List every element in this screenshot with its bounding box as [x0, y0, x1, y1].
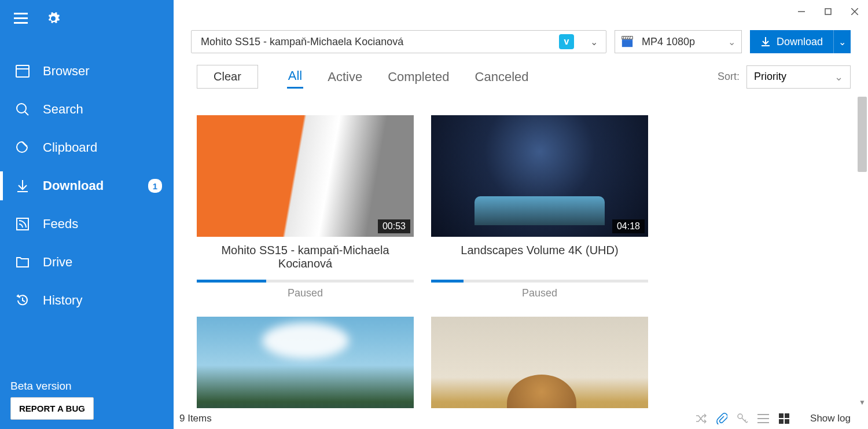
- item-title: Mohito SS15 - kampaň-Michaela Kocianová: [197, 244, 414, 274]
- sidebar-item-label: Download: [43, 178, 104, 193]
- sidebar-item-browser[interactable]: Browser: [0, 52, 174, 90]
- chevron-down-icon: ⌄: [728, 36, 735, 47]
- format-select[interactable]: MP4 1080p ⌄: [615, 30, 742, 53]
- sidebar-item-label: Feeds: [43, 217, 78, 232]
- report-bug-button[interactable]: REPORT A BUG: [10, 397, 94, 420]
- svg-rect-2: [14, 22, 28, 24]
- download-card[interactable]: [197, 317, 414, 408]
- svg-rect-1: [14, 17, 28, 19]
- progress-bar: [431, 280, 464, 283]
- duration-badge: 00:53: [378, 219, 410, 233]
- download-card[interactable]: 00:53 Mohito SS15 - kampaň-Michaela Koci…: [197, 115, 414, 299]
- sidebar-item-feeds[interactable]: Feeds: [0, 205, 174, 243]
- scrollbar-thumb[interactable]: [858, 97, 867, 172]
- svg-rect-12: [825, 9, 831, 14]
- list-view-icon[interactable]: [757, 412, 770, 425]
- main: Mohito SS15 - kampaň-Michaela Kocianová …: [174, 0, 868, 429]
- browser-icon: [14, 63, 31, 80]
- titlebar: [174, 0, 868, 23]
- svg-rect-15: [622, 39, 632, 47]
- sidebar-item-label: Browser: [43, 64, 90, 79]
- thumbnail: [431, 317, 648, 408]
- scrollbar-down-icon[interactable]: ▼: [858, 398, 867, 407]
- sort-select[interactable]: Priority ⌄: [746, 65, 851, 89]
- svg-rect-3: [16, 65, 29, 77]
- chevron-down-icon: ⌄: [838, 36, 846, 47]
- sidebar-item-label: Search: [43, 102, 83, 117]
- grid-view-icon[interactable]: [778, 412, 790, 425]
- gear-icon[interactable]: [45, 10, 61, 27]
- sidebar-item-download[interactable]: Download 1: [0, 167, 174, 205]
- statusbar: 9 Items Show log: [174, 408, 868, 429]
- search-icon: [14, 101, 31, 118]
- minimize-button[interactable]: [788, 3, 815, 20]
- feeds-icon: [14, 215, 31, 233]
- sort-wrap: Sort: Priority ⌄: [718, 65, 851, 89]
- download-card[interactable]: [431, 317, 648, 408]
- tab-all[interactable]: All: [287, 65, 303, 89]
- svg-point-5: [17, 104, 26, 113]
- item-title: Landscapes Volume 4K (UHD): [431, 244, 648, 274]
- svg-rect-28: [785, 413, 789, 418]
- svg-rect-0: [14, 13, 28, 14]
- clipboard-icon: [14, 139, 31, 156]
- svg-rect-27: [779, 413, 784, 418]
- progress-track: [431, 280, 648, 283]
- maximize-button[interactable]: [815, 3, 841, 20]
- sidebar-item-label: History: [43, 293, 82, 308]
- svg-line-6: [25, 112, 28, 115]
- sidebar: Browser Search Clipboard Download 1 Feed…: [0, 0, 174, 429]
- sidebar-item-label: Drive: [43, 255, 72, 270]
- clear-button[interactable]: Clear: [197, 65, 258, 89]
- filterbar: Clear All Active Completed Canceled Sort…: [174, 58, 868, 92]
- hamburger-icon[interactable]: [13, 10, 29, 27]
- vimeo-icon: v: [559, 34, 574, 49]
- sidebar-item-search[interactable]: Search: [0, 90, 174, 129]
- item-status: Paused: [431, 287, 648, 299]
- progress-bar: [197, 280, 266, 283]
- key-icon[interactable]: [736, 412, 749, 425]
- chevron-down-icon: ⌄: [834, 71, 843, 83]
- sidebar-item-history[interactable]: History: [0, 281, 174, 320]
- sidebar-top: [0, 0, 174, 35]
- show-log-button[interactable]: Show log: [810, 413, 851, 424]
- svg-rect-29: [779, 419, 784, 424]
- tab-active[interactable]: Active: [326, 66, 363, 88]
- sidebar-nav: Browser Search Clipboard Download 1 Feed…: [0, 35, 174, 375]
- thumbnail: [197, 317, 414, 408]
- download-card[interactable]: 04:18 Landscapes Volume 4K (UHD) Paused: [431, 115, 648, 299]
- svg-rect-30: [785, 419, 789, 424]
- progress-track: [197, 280, 414, 283]
- download-badge: 1: [148, 179, 162, 193]
- topbar: Mohito SS15 - kampaň-Michaela Kocianová …: [174, 23, 868, 58]
- close-button[interactable]: [841, 3, 868, 20]
- clapper-icon: [621, 35, 634, 48]
- download-arrow-icon: [760, 36, 771, 47]
- thumbnail: 04:18: [431, 115, 648, 237]
- sidebar-item-drive[interactable]: Drive: [0, 243, 174, 281]
- format-text: MP4 1080p: [642, 36, 728, 48]
- tab-completed[interactable]: Completed: [387, 66, 450, 88]
- sidebar-bottom: Beta version REPORT A BUG: [0, 375, 174, 429]
- download-split-button[interactable]: ⌄: [833, 30, 851, 53]
- url-dropdown-icon[interactable]: ⌄: [582, 36, 606, 47]
- shuffle-icon[interactable]: [694, 412, 707, 425]
- svg-line-7: [23, 142, 27, 146]
- download-grid: 00:53 Mohito SS15 - kampaň-Michaela Koci…: [174, 92, 868, 408]
- thumbnail: 00:53: [197, 115, 414, 237]
- download-icon: [14, 177, 31, 195]
- tab-canceled[interactable]: Canceled: [474, 66, 530, 88]
- attachment-icon[interactable]: [715, 412, 728, 425]
- url-input[interactable]: Mohito SS15 - kampaň-Michaela Kocianová …: [191, 30, 606, 53]
- svg-point-23: [738, 414, 742, 419]
- url-text: Mohito SS15 - kampaň-Michaela Kocianová: [192, 36, 556, 48]
- history-icon: [14, 292, 31, 309]
- download-button-main[interactable]: Download: [750, 36, 833, 48]
- sidebar-item-label: Clipboard: [43, 140, 97, 155]
- drive-icon: [14, 254, 31, 271]
- duration-badge: 04:18: [612, 219, 645, 233]
- beta-label: Beta version: [10, 380, 163, 393]
- svg-rect-10: [17, 218, 28, 230]
- download-button[interactable]: Download ⌄: [750, 30, 851, 53]
- sidebar-item-clipboard[interactable]: Clipboard: [0, 129, 174, 167]
